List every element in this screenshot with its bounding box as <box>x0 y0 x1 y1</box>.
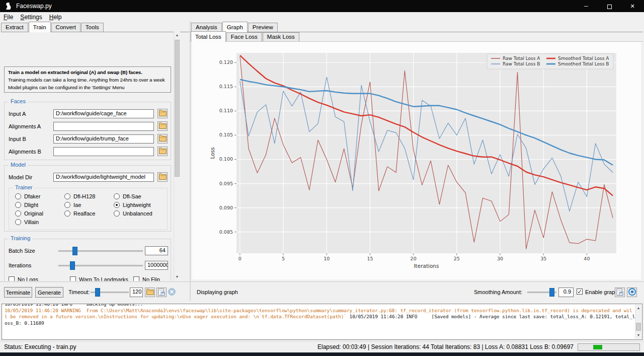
console-line: oss_B: 0.11689 <box>5 320 635 327</box>
save-icon <box>158 289 165 297</box>
radio-dfl-sae[interactable] <box>114 193 120 199</box>
generate-button[interactable]: Generate <box>35 287 63 298</box>
graph-refresh-button[interactable] <box>627 288 637 297</box>
faceswap-window: Faceswap.py ─ ✕ File Settings Help Extra… <box>0 0 644 356</box>
tab-graph[interactable]: Graph <box>222 22 248 32</box>
scroll-up-icon[interactable]: ▲ <box>174 32 180 39</box>
input-a-label: Input A <box>9 111 26 117</box>
input-a-field[interactable]: D:/workflow/guide/cage_face <box>53 109 154 118</box>
graph-save-button[interactable] <box>615 288 625 297</box>
svg-text:10: 10 <box>324 256 330 261</box>
model-dir-field[interactable]: D:/workflow/guide/lightweight_model <box>53 173 154 182</box>
alignments-a-field[interactable] <box>53 122 154 131</box>
svg-text:15: 15 <box>367 256 373 261</box>
smoothing-slider-handle[interactable] <box>549 288 554 297</box>
enable-graph-checkbox[interactable]: ✓ <box>577 289 583 295</box>
svg-text:Smoothed Total Loss B: Smoothed Total Loss B <box>558 61 609 66</box>
menu-file[interactable]: File <box>0 13 17 21</box>
input-b-field[interactable]: D:/workflow/guide/trump_face <box>53 134 154 144</box>
input-a-browse-button[interactable] <box>157 109 168 118</box>
input-b-label: Input B <box>9 136 26 142</box>
alignments-b-label: Alignments B <box>9 149 41 155</box>
alignments-b-browse-button[interactable] <box>157 147 168 156</box>
radio-dlight[interactable] <box>15 202 21 208</box>
svg-text:25: 25 <box>454 256 460 261</box>
radio-realface[interactable] <box>64 210 70 217</box>
no-logs-checkbox[interactable] <box>9 276 15 281</box>
model-dir-browse-button[interactable] <box>157 172 168 182</box>
session-stats-text: Elapsed: 00:03:49 | Session Iterations: … <box>317 343 574 350</box>
tab-extract[interactable]: Extract <box>1 23 28 32</box>
panel-divider[interactable] <box>190 21 191 301</box>
subtab-face-loss[interactable]: Face Loss <box>226 32 262 41</box>
train-panel-scrollbar[interactable]: ▲ ▼ <box>174 32 180 280</box>
load-config-button[interactable] <box>145 288 155 297</box>
radio-villain[interactable] <box>15 219 21 225</box>
batch-size-slider-trough[interactable] <box>58 250 143 252</box>
iterations-field[interactable]: 1000000 <box>145 261 168 270</box>
scroll-up-icon[interactable]: ▲ <box>635 305 641 312</box>
radio-lightweight-label: Lightweight <box>123 202 151 208</box>
radio-iae[interactable] <box>64 202 70 208</box>
loss-chart: 0.0850.0900.0950.1000.1050.1100.1150.120… <box>192 42 641 279</box>
console-scrollbar[interactable]: ▲ ▼ <box>635 305 641 339</box>
tab-tools[interactable]: Tools <box>81 23 104 32</box>
svg-text:Iterations: Iterations <box>414 263 439 269</box>
batch-size-label: Batch Size <box>9 248 35 254</box>
svg-text:40: 40 <box>584 256 590 261</box>
radio-dfl-h128-label: Dfl-H128 <box>73 193 95 199</box>
tab-train[interactable]: Train <box>29 22 51 32</box>
smoothing-label: Smoothing Amount: <box>474 289 522 295</box>
status-text: Status: Executing - train.py <box>4 343 76 350</box>
refresh-icon <box>628 288 636 297</box>
svg-text:0.100: 0.100 <box>219 156 233 162</box>
trainer-legend: Trainer <box>13 184 34 190</box>
minimize-button[interactable]: ─ <box>575 0 598 12</box>
radio-unbalanced[interactable] <box>114 210 120 217</box>
timeout-field[interactable]: 120 <box>130 288 143 297</box>
svg-text:0.120: 0.120 <box>219 59 233 65</box>
warp-to-landmarks-checkbox[interactable] <box>70 276 76 281</box>
subtab-mask-loss[interactable]: Mask Loss <box>263 32 299 41</box>
timeout-slider-handle[interactable] <box>95 288 100 297</box>
alignments-b-field[interactable] <box>53 147 154 156</box>
train-info-line-2: Training models can take a long time. An… <box>8 76 167 84</box>
no-flip-checkbox[interactable] <box>133 276 139 281</box>
iterations-slider-handle[interactable] <box>70 261 75 270</box>
radio-lightweight[interactable] <box>114 202 120 208</box>
radio-dfl-sae-label: Dfl-Sae <box>123 193 141 199</box>
tab-convert[interactable]: Convert <box>51 23 80 32</box>
menu-help[interactable]: Help <box>46 13 65 21</box>
scrollbar-thumb[interactable] <box>175 40 180 177</box>
radio-dfl-h128[interactable] <box>64 193 70 199</box>
model-dir-label: Model Dir <box>9 174 32 180</box>
reset-config-button[interactable] <box>167 288 177 297</box>
scroll-down-icon[interactable]: ▼ <box>635 332 641 339</box>
radio-original[interactable] <box>15 210 21 217</box>
left-action-bar: Terminate Generate Timeout: 120 <box>0 281 190 301</box>
model-legend: Model <box>9 162 28 168</box>
alignments-a-browse-button[interactable] <box>157 121 168 131</box>
menu-bar: File Settings Help <box>0 12 644 22</box>
radio-dfaker[interactable] <box>15 193 21 199</box>
radio-dfaker-label: Dfaker <box>24 193 40 199</box>
subtab-total-loss[interactable]: Total Loss <box>191 31 226 42</box>
menu-settings[interactable]: Settings <box>17 13 45 21</box>
close-button[interactable]: ✕ <box>621 0 644 12</box>
tab-preview[interactable]: Preview <box>248 23 278 32</box>
tab-analysis[interactable]: Analysis <box>191 23 222 32</box>
save-config-button[interactable] <box>156 288 167 297</box>
training-progress-bar <box>578 343 640 351</box>
training-legend: Training <box>9 235 32 241</box>
terminate-button[interactable]: Terminate <box>4 287 32 298</box>
batch-size-field[interactable]: 64 <box>145 246 168 255</box>
scroll-down-icon[interactable]: ▼ <box>174 273 180 280</box>
console-output: 10/05/2019 11:46:20 INFO Backing up mode… <box>2 304 642 340</box>
maximize-button[interactable] <box>598 0 621 12</box>
radio-dlight-label: Dlight <box>24 202 38 208</box>
batch-size-slider-handle[interactable] <box>72 247 77 255</box>
console-line: l be removed in a future version.\nInstr… <box>5 314 635 320</box>
input-b-browse-button[interactable] <box>157 134 168 144</box>
scrollbar-thumb[interactable] <box>636 323 641 331</box>
smoothing-field[interactable]: 0.9 <box>558 288 574 297</box>
